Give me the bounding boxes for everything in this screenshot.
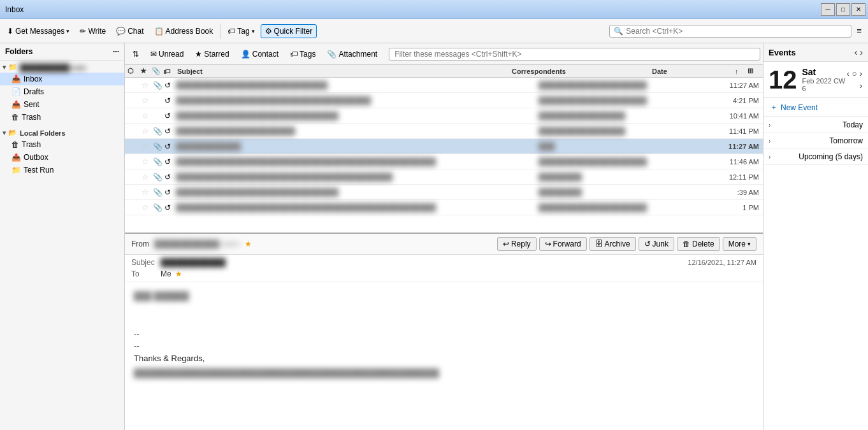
col-sort-asc[interactable]: ↑ bbox=[735, 68, 748, 75]
from-star-icon[interactable]: ★ bbox=[245, 240, 252, 248]
sidebar-item-outbox[interactable]: 📤 Outbox bbox=[0, 151, 124, 164]
col-correspondents[interactable]: Correspondents bbox=[512, 68, 652, 75]
local-folders-label: Local Folders bbox=[20, 129, 66, 137]
col-check[interactable]: ⬡ bbox=[127, 67, 140, 75]
more-button[interactable]: More ▾ bbox=[723, 237, 756, 251]
row-correspondent: ████████████████████ bbox=[537, 203, 677, 212]
toolbar-menu-button[interactable]: ≡ bbox=[853, 24, 865, 38]
body-blurred-1: ████████████████████████████████████████… bbox=[134, 367, 754, 380]
cal-next-button[interactable]: › bbox=[859, 68, 863, 79]
message-list-header: ⬡ ★ 📎 🏷 Subject Correspondents Date ↑ ⊞ bbox=[125, 65, 763, 78]
table-row[interactable]: ☆ 📎 ↺ ██████████████████████████████████… bbox=[125, 200, 763, 215]
events-upcoming-section[interactable]: › Upcoming (5 days) bbox=[763, 149, 868, 165]
address-book-button[interactable]: 📋 Address Book bbox=[150, 24, 218, 38]
table-row[interactable]: ☆ ↺ ████████████████████████████████████… bbox=[125, 93, 763, 108]
sidebar-item-local-folders[interactable]: ▾ 📂 Local Folders bbox=[0, 126, 124, 138]
col-date[interactable]: Date bbox=[652, 68, 735, 75]
row-star[interactable]: ☆ bbox=[140, 141, 152, 151]
sidebar-item-drafts[interactable]: 📄 Drafts bbox=[0, 85, 124, 98]
row-star[interactable]: ☆ bbox=[140, 126, 152, 136]
reply-button[interactable]: ↩ Reply bbox=[497, 237, 537, 251]
cal-up-button[interactable]: › bbox=[859, 80, 863, 91]
minimize-button[interactable]: ─ bbox=[821, 3, 835, 16]
archive-button[interactable]: 🗄 Archive bbox=[590, 237, 636, 251]
col-subject[interactable]: Subject bbox=[175, 68, 512, 75]
row-star[interactable]: ☆ bbox=[140, 157, 152, 166]
get-messages-button[interactable]: ⬇ Get Messages ▾ bbox=[3, 24, 74, 38]
quick-filter-label: Quick Filter bbox=[274, 27, 313, 36]
new-event-button[interactable]: ＋ New Event bbox=[763, 98, 868, 117]
folders-menu-icon[interactable]: ··· bbox=[113, 47, 119, 56]
from-label: From bbox=[131, 240, 149, 248]
tags-filter-button[interactable]: 🏷 Tags bbox=[285, 47, 321, 61]
row-tag: ↺ bbox=[163, 142, 175, 151]
row-star[interactable]: ☆ bbox=[140, 80, 152, 90]
cal-prev-button[interactable]: ‹ bbox=[846, 68, 850, 79]
close-button[interactable]: ✕ bbox=[851, 3, 865, 16]
drafts-icon: 📄 bbox=[11, 87, 21, 96]
sidebar-item-sent[interactable]: 📤 Sent bbox=[0, 98, 124, 111]
row-star[interactable]: ☆ bbox=[140, 203, 152, 212]
contact-label: Contact bbox=[252, 50, 278, 59]
sidebar-item-test-run[interactable]: 📁 Test Run bbox=[0, 164, 124, 176]
row-time: 12:11 PM bbox=[677, 173, 760, 181]
tag-button[interactable]: 🏷 Tag ▾ bbox=[223, 24, 259, 38]
local-collapse-arrow[interactable]: ▾ bbox=[3, 129, 6, 136]
events-upcoming-arrow: › bbox=[769, 154, 770, 161]
row-star[interactable]: ☆ bbox=[140, 187, 152, 197]
sort-button[interactable]: ⇅ bbox=[127, 47, 144, 61]
table-row[interactable]: ☆ ↺ ██████████████████████████████ █████… bbox=[125, 108, 763, 124]
tag-dropdown-icon[interactable]: ▾ bbox=[252, 28, 255, 34]
events-prev-button[interactable]: ‹ bbox=[855, 47, 858, 57]
sidebar-item-local-trash[interactable]: 🗑 Trash bbox=[0, 138, 124, 151]
signature-text: -- Thanks & Regards, bbox=[134, 340, 754, 364]
row-star[interactable]: ☆ bbox=[140, 111, 152, 120]
events-today-label: Today bbox=[843, 120, 863, 129]
write-button[interactable]: ✏ Write bbox=[75, 24, 110, 38]
table-row[interactable]: ☆ 📎 ↺ ██████████████████████ ███████████… bbox=[125, 124, 763, 139]
attachment-filter-button[interactable]: 📎 Attachment bbox=[322, 47, 382, 61]
delete-label: Delete bbox=[692, 240, 714, 248]
unread-filter-button[interactable]: ✉ Unread bbox=[145, 47, 189, 61]
calendar-nav: ‹ ○ › › bbox=[846, 68, 863, 91]
events-header: Events ‹ › bbox=[763, 43, 868, 62]
account-collapse-arrow[interactable]: ▾ bbox=[3, 64, 6, 71]
table-row[interactable]: ☆ 📎 ↺ ████████████████████████████ █████… bbox=[125, 78, 763, 93]
row-star[interactable]: ☆ bbox=[140, 172, 152, 182]
to-star-icon[interactable]: ★ bbox=[175, 269, 182, 278]
sidebar-item-inbox[interactable]: 📥 Inbox bbox=[0, 73, 124, 85]
outbox-icon: 📤 bbox=[11, 153, 21, 162]
forward-button[interactable]: ↪ Forward bbox=[539, 237, 587, 251]
events-upcoming-label: Upcoming (5 days) bbox=[799, 152, 863, 161]
col-tag: 🏷 bbox=[163, 68, 175, 75]
row-star[interactable]: ☆ bbox=[140, 96, 152, 105]
starred-filter-button[interactable]: ★ Starred bbox=[190, 47, 234, 61]
junk-button[interactable]: ↺ Junk bbox=[639, 237, 674, 251]
maximize-button[interactable]: □ bbox=[836, 3, 850, 16]
quick-filter-button[interactable]: ⚙ Quick Filter bbox=[261, 24, 317, 38]
events-tomorrow-section[interactable]: › Tomorrow bbox=[763, 133, 868, 149]
table-row[interactable]: ☆ 📎 ↺ ██████████████████████████████████… bbox=[125, 169, 763, 185]
table-row[interactable]: ☆ 📎 ↺ ████████████ ███ 11:27 AM bbox=[125, 139, 763, 154]
table-row[interactable]: ☆ 📎 ↺ ██████████████████████████████████… bbox=[125, 154, 763, 169]
to-value: Me bbox=[161, 269, 171, 278]
to-label: To bbox=[131, 269, 157, 278]
contact-filter-button[interactable]: 👤 Contact bbox=[236, 47, 284, 61]
events-panel: Events ‹ › 12 Sat Feb 2022 CW 6 ‹ ○ › › bbox=[763, 43, 868, 430]
write-label: Write bbox=[88, 27, 106, 36]
message-toolbar: ⇅ ✉ Unread ★ Starred 👤 Contact 🏷 Tags 📎 … bbox=[125, 43, 763, 65]
events-today-section[interactable]: › Today bbox=[763, 117, 868, 133]
filter-input[interactable] bbox=[389, 48, 760, 61]
sidebar-item-account[interactable]: ▾ 📁 ██████████.com bbox=[0, 61, 124, 73]
chat-button[interactable]: 💬 Chat bbox=[112, 24, 148, 38]
events-title: Events bbox=[769, 48, 796, 57]
get-messages-dropdown-icon[interactable]: ▾ bbox=[66, 28, 69, 34]
cal-circle-button[interactable]: ○ bbox=[851, 68, 858, 79]
events-next-button[interactable]: › bbox=[860, 47, 863, 57]
sidebar-item-trash[interactable]: 🗑 Trash bbox=[0, 111, 124, 124]
table-row[interactable]: ☆ 📎 ↺ ██████████████████████████████ ███… bbox=[125, 185, 763, 200]
search-input[interactable] bbox=[626, 27, 847, 36]
delete-button[interactable]: 🗑 Delete bbox=[677, 237, 720, 251]
row-correspondent: ████████████████ bbox=[537, 127, 677, 136]
col-expand[interactable]: ⊞ bbox=[748, 67, 760, 75]
